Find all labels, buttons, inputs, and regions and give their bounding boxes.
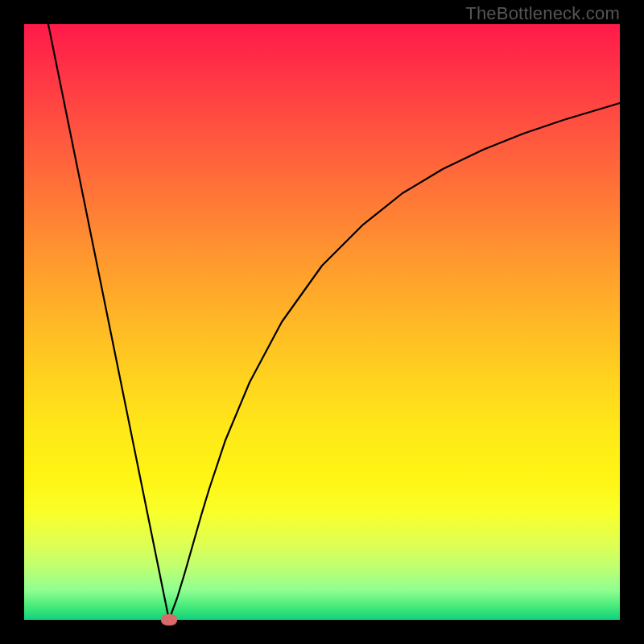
watermark-text: TheBottleneck.com bbox=[465, 3, 620, 24]
plot-area bbox=[24, 24, 620, 620]
chart-canvas: TheBottleneck.com bbox=[0, 0, 644, 644]
minimum-marker bbox=[161, 614, 177, 625]
bottleneck-curve bbox=[24, 24, 620, 620]
